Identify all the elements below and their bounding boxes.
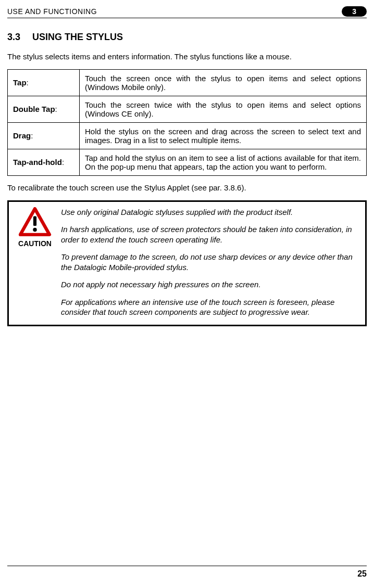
caution-text: Use only original Datalogic styluses sup… — [61, 207, 360, 317]
svg-rect-1 — [33, 216, 36, 226]
caution-label: CAUTION — [14, 239, 56, 248]
page-footer: 25 — [7, 566, 367, 579]
intro-paragraph: The stylus selects items and enters info… — [7, 52, 367, 62]
page-number: 25 — [7, 569, 367, 579]
row-desc: Touch the screen once with the stylus to… — [80, 69, 367, 96]
section-title: USING THE STYLUS — [32, 32, 123, 42]
table-row: Tap: Touch the screen once with the styl… — [8, 69, 367, 96]
svg-point-2 — [33, 228, 36, 232]
section-number: 3.3 — [7, 32, 20, 43]
caution-paragraph: For applications where an intensive use … — [61, 297, 360, 317]
caution-icon-column: CAUTION — [14, 207, 56, 248]
caution-box: CAUTION Use only original Datalogic styl… — [7, 200, 367, 326]
caution-paragraph: Do not apply not necessary high pressure… — [61, 279, 360, 290]
table-row: Drag: Hold the stylus on the screen and … — [8, 122, 367, 149]
table-row: Double Tap: Touch the screen twice with … — [8, 96, 367, 122]
page-header: USE AND FUNCTIONING 3 — [7, 6, 367, 18]
row-label: Drag: — [8, 122, 80, 149]
row-desc: Tap and hold the stylus on an item to se… — [80, 149, 367, 175]
recalibrate-paragraph: To recalibrate the touch screen use the … — [7, 183, 367, 192]
chapter-badge: 3 — [342, 6, 367, 17]
row-label: Tap: — [8, 69, 80, 96]
caution-paragraph: In harsh applications, use of screen pro… — [61, 224, 360, 245]
row-desc: Touch the screen twice with the stylus t… — [80, 96, 367, 122]
header-rule — [7, 18, 367, 18]
header-title: USE AND FUNCTIONING — [7, 7, 97, 16]
stylus-actions-table: Tap: Touch the screen once with the styl… — [7, 69, 367, 176]
caution-paragraph: To prevent damage to the screen, do not … — [61, 252, 360, 272]
row-desc: Hold the stylus on the screen and drag a… — [80, 122, 367, 149]
caution-triangle-icon — [18, 207, 52, 236]
caution-paragraph: Use only original Datalogic styluses sup… — [61, 207, 360, 218]
section-heading: 3.3 USING THE STYLUS — [7, 32, 367, 43]
row-label: Tap-and-hold: — [8, 149, 80, 175]
row-label: Double Tap: — [8, 96, 80, 122]
footer-rule — [7, 566, 367, 566]
table-row: Tap-and-hold: Tap and hold the stylus on… — [8, 149, 367, 175]
